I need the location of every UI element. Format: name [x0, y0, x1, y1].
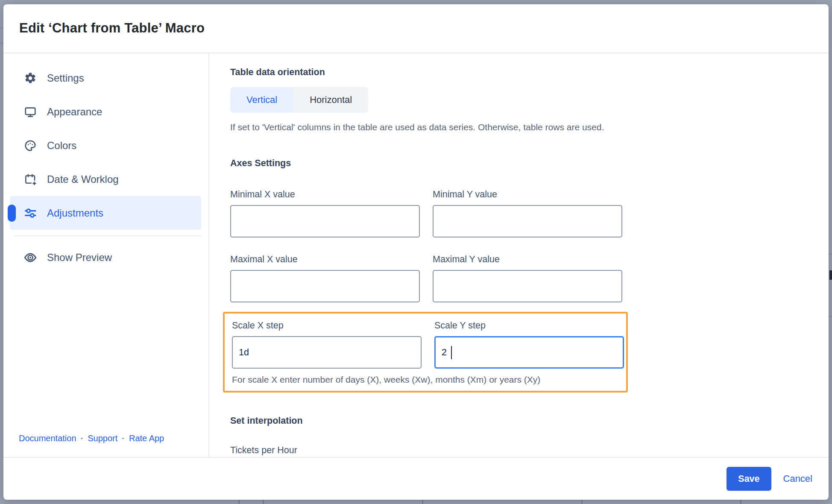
scale-y-field: Scale Y step: [434, 320, 624, 369]
backdrop-line: [829, 254, 832, 255]
background-table-border: [238, 500, 240, 504]
maximal-x-input[interactable]: [230, 270, 420, 302]
tickets-per-hour-label: Tickets per Hour: [230, 445, 829, 456]
scale-y-input[interactable]: [434, 336, 624, 369]
axes-heading: Axes Settings: [230, 158, 829, 169]
support-link[interactable]: Support: [88, 434, 117, 443]
minimal-y-label: Minimal Y value: [433, 189, 622, 200]
dialog-header: Edit ‘Chart from Table’ Macro: [3, 4, 829, 53]
sidebar-item-appearance[interactable]: Appearance: [10, 95, 201, 129]
orientation-option-horizontal[interactable]: Horizontal: [293, 87, 368, 113]
maximal-y-input[interactable]: [433, 270, 622, 302]
selected-indicator: [8, 205, 16, 222]
sidebar-item-adjustments[interactable]: Adjustments: [10, 196, 201, 230]
dialog-body: Settings Appearance Colors Date & Worklo…: [3, 53, 829, 457]
maximal-y-label: Maximal Y value: [433, 254, 622, 265]
orientation-help: If set to 'Vertical' columns in the tabl…: [230, 122, 829, 132]
minimal-y-field: Minimal Y value: [433, 189, 622, 237]
maximal-y-field: Maximal Y value: [433, 254, 622, 302]
sidebar-item-colors[interactable]: Colors: [10, 129, 201, 162]
interpolation-heading: Set interpolation: [230, 416, 829, 426]
link-separator: ·: [81, 434, 84, 443]
maximal-x-label: Maximal X value: [230, 254, 420, 265]
sidebar-footer-links: Documentation · Support · Rate App: [3, 434, 208, 457]
cancel-button[interactable]: Cancel: [783, 473, 812, 484]
backdrop-line: [0, 27, 3, 28]
sidebar-item-label: Appearance: [47, 106, 102, 118]
edit-macro-dialog: Edit ‘Chart from Table’ Macro Settings A…: [3, 4, 829, 500]
documentation-link[interactable]: Documentation: [19, 434, 76, 443]
sliders-icon: [23, 206, 37, 220]
save-button[interactable]: Save: [727, 467, 771, 491]
scale-highlight-annotation: Scale X step Scale Y step For scale X en…: [223, 312, 628, 393]
scale-x-input[interactable]: [232, 336, 422, 369]
background-table-border: [263, 500, 264, 504]
minimal-y-input[interactable]: [433, 205, 622, 237]
dialog-footer: Save Cancel: [3, 457, 829, 500]
rate-app-link[interactable]: Rate App: [129, 434, 164, 443]
axes-row-maximal: Maximal X value Maximal Y value: [230, 254, 829, 302]
minimal-x-label: Minimal X value: [230, 189, 420, 200]
minimal-x-input[interactable]: [230, 205, 420, 237]
sidebar-item-label: Colors: [47, 140, 76, 152]
dialog-title: Edit ‘Chart from Table’ Macro: [19, 21, 829, 36]
axes-row-scale: Scale X step Scale Y step: [232, 320, 624, 369]
palette-icon: [23, 139, 37, 152]
backdrop-line: [0, 43, 3, 44]
orientation-heading: Table data orientation: [230, 67, 829, 78]
calendar-plus-icon: [23, 173, 37, 186]
sidebar: Settings Appearance Colors Date & Worklo…: [3, 53, 209, 457]
sidebar-item-date-worklog[interactable]: Date & Worklog: [10, 162, 201, 196]
scale-x-label: Scale X step: [232, 320, 422, 331]
sidebar-item-label: Date & Worklog: [47, 173, 119, 185]
sidebar-item-label: Adjustments: [47, 207, 103, 219]
minimal-x-field: Minimal X value: [230, 189, 420, 237]
monitor-icon: [23, 105, 37, 119]
scale-x-field: Scale X step: [232, 320, 422, 369]
background-table-border: [581, 500, 583, 504]
background-scrollbar-thumb: [829, 270, 832, 280]
orientation-option-vertical[interactable]: Vertical: [230, 87, 293, 113]
sidebar-item-label: Show Preview: [47, 252, 112, 264]
background-table-border: [740, 500, 741, 504]
sidebar-divider: [14, 235, 201, 236]
text-cursor: [451, 346, 452, 359]
background-table-border: [422, 500, 423, 504]
axes-row-minimal: Minimal X value Minimal Y value: [230, 189, 829, 237]
backdrop-line: [829, 316, 832, 317]
sidebar-item-settings[interactable]: Settings: [10, 61, 201, 95]
orientation-toggle: Vertical Horizontal: [230, 87, 368, 113]
eye-icon: [23, 251, 37, 264]
sidebar-item-label: Settings: [47, 72, 84, 84]
settings-panel: Table data orientation Vertical Horizont…: [209, 53, 829, 457]
scale-y-label: Scale Y step: [434, 320, 624, 331]
gear-icon: [23, 71, 37, 85]
link-separator: ·: [122, 434, 125, 443]
maximal-x-field: Maximal X value: [230, 254, 420, 302]
scale-help: For scale X enter number of days (X), we…: [232, 375, 624, 385]
sidebar-item-show-preview[interactable]: Show Preview: [10, 240, 201, 274]
